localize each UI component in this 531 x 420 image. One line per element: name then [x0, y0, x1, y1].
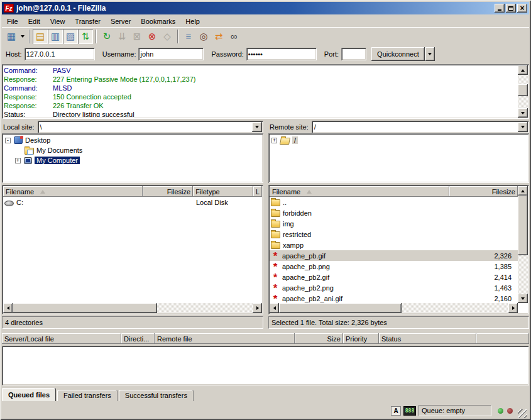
speed-limit-icon[interactable]: 888 [403, 406, 416, 416]
remote-file-row[interactable]: restricted [270, 229, 518, 240]
menu-file[interactable]: File [2, 16, 23, 26]
toggle-local-tree-button[interactable]: ▥ [48, 29, 63, 44]
filter-button[interactable]: ≡ [181, 29, 196, 44]
local-file-row[interactable]: C: Local Disk [3, 197, 262, 207]
abort-button[interactable]: ◇ [160, 29, 175, 44]
column-remote-file[interactable]: Remote file [155, 333, 295, 344]
close-button[interactable]: × [517, 4, 527, 13]
remote-file-row[interactable]: apache_pb.png1,385 [270, 261, 518, 272]
port-input[interactable] [341, 48, 366, 60]
image-file-icon [271, 294, 280, 303]
scroll-up-button[interactable] [518, 186, 528, 196]
arrow-down-icon [521, 297, 525, 300]
tab-successful-transfers[interactable]: Successful transfers [119, 390, 194, 401]
remote-vscrollbar[interactable] [518, 186, 528, 303]
chevron-down-icon [428, 53, 432, 55]
scroll-up-button[interactable] [518, 65, 528, 75]
scroll-thumb[interactable] [13, 303, 157, 313]
local-site-dropdown[interactable] [252, 122, 262, 132]
remote-file-row-selected[interactable]: apache_pb.gif2,326 [270, 250, 518, 261]
remote-site-dropdown[interactable] [518, 122, 528, 132]
find-files-button[interactable]: ∞ [226, 29, 241, 44]
local-site-combo[interactable]: \ [38, 121, 263, 133]
remote-file-row[interactable]: apache_pb2.gif2,414 [270, 272, 518, 282]
site-manager-dropdown[interactable] [19, 29, 26, 44]
remote-file-row[interactable]: apache_pb2_ani.gif2,160 [270, 293, 518, 303]
transfer-type-icon[interactable]: A [391, 406, 401, 416]
host-input[interactable] [25, 48, 95, 60]
scroll-left-button[interactable] [3, 303, 13, 313]
menu-edit[interactable]: Edit [23, 16, 45, 26]
resize-grip-icon[interactable] [518, 409, 527, 418]
column-filesize[interactable]: Filesize [143, 186, 193, 197]
expand-icon[interactable]: + [271, 138, 277, 143]
remote-file-row[interactable]: forbidden [270, 207, 518, 218]
column-server-local-file[interactable]: Server/Local file [2, 333, 121, 344]
tree-item-desktop[interactable]: - Desktop [2, 135, 263, 145]
column-size[interactable]: Size [295, 333, 343, 344]
synchronized-browsing-button[interactable]: ⇄ [211, 29, 226, 44]
remote-site-combo[interactable]: / [312, 121, 529, 133]
tree-item-my-documents[interactable]: My Documents [2, 145, 263, 155]
scroll-thumb[interactable] [518, 84, 528, 96]
column-priority[interactable]: Priority [343, 333, 379, 344]
remote-file-row[interactable]: .. [270, 197, 518, 207]
queue-status-panel: Queue: empty [419, 405, 491, 416]
queue-list[interactable] [2, 346, 529, 385]
column-status[interactable]: Status [379, 333, 476, 344]
cancel-operation-button[interactable]: ⊠ [129, 29, 145, 44]
scroll-left-button[interactable] [270, 303, 279, 313]
menu-help[interactable]: Help [180, 16, 205, 26]
scroll-thumb[interactable] [279, 303, 402, 313]
scroll-right-button[interactable] [253, 303, 262, 313]
quickconnect-button[interactable]: Quickconnect [371, 47, 425, 61]
column-direction[interactable]: Directi... [121, 333, 155, 344]
username-input[interactable] [138, 48, 204, 60]
toggle-message-log-button[interactable]: ▤ [33, 29, 48, 44]
filter-icon: ≡ [186, 31, 192, 41]
refresh-button[interactable]: ↻ [99, 29, 114, 44]
pane-splitter[interactable] [263, 121, 268, 329]
collapse-icon[interactable]: - [5, 138, 11, 143]
title-bar[interactable]: Fz john@127.0.0.1 - FileZilla × [2, 2, 529, 14]
scroll-right-button[interactable] [508, 303, 518, 313]
remote-file-row[interactable]: img [270, 218, 518, 229]
disconnect-button[interactable]: ⊗ [145, 29, 160, 44]
quickconnect-dropdown[interactable] [425, 47, 435, 61]
minimize-button[interactable] [495, 4, 505, 13]
menu-transfer[interactable]: Transfer [70, 16, 106, 26]
toggle-transfer-queue-button[interactable]: ⇅ [78, 29, 93, 44]
password-input[interactable] [246, 48, 317, 60]
column-filesize[interactable]: Filesize [449, 186, 518, 197]
process-queue-button[interactable]: ⇊ [114, 29, 129, 44]
remote-hscrollbar[interactable] [270, 303, 518, 313]
menu-bar: File Edit View Transfer Server Bookmarks… [2, 15, 529, 27]
scroll-down-button[interactable] [518, 108, 528, 118]
tab-queued-files[interactable]: Queued files [2, 388, 56, 401]
scroll-down-button[interactable] [518, 294, 528, 303]
image-file-icon [271, 251, 280, 260]
toggle-remote-tree-button[interactable]: ▨ [63, 29, 78, 44]
menu-bookmarks[interactable]: Bookmarks [136, 16, 180, 26]
column-filename[interactable]: Filename [270, 186, 449, 197]
tab-failed-transfers[interactable]: Failed transfers [57, 390, 118, 401]
remote-site-value: / [314, 123, 316, 131]
scroll-thumb[interactable] [518, 196, 528, 255]
remote-file-row[interactable]: xampp [270, 240, 518, 250]
column-filetype[interactable]: Filetype [193, 186, 253, 197]
column-filename[interactable]: Filename [3, 186, 143, 197]
menu-view[interactable]: View [45, 16, 70, 26]
directory-compare-button[interactable]: ◎ [196, 29, 211, 44]
tree-item-root[interactable]: + / [268, 135, 529, 145]
menu-server[interactable]: Server [106, 16, 136, 26]
tree-item-my-computer[interactable]: + My Computer [2, 155, 263, 165]
toolbar-separator [96, 30, 97, 43]
column-lastmodified[interactable]: L [253, 186, 262, 197]
maximize-button[interactable] [506, 4, 516, 13]
file-size: 2,160 [457, 295, 518, 302]
expand-icon[interactable]: + [15, 158, 21, 163]
log-scrollbar[interactable] [518, 65, 528, 118]
local-hscrollbar[interactable] [3, 303, 262, 313]
remote-file-row[interactable]: apache_pb2.png1,463 [270, 282, 518, 293]
site-manager-button[interactable]: ▦ [4, 29, 19, 44]
